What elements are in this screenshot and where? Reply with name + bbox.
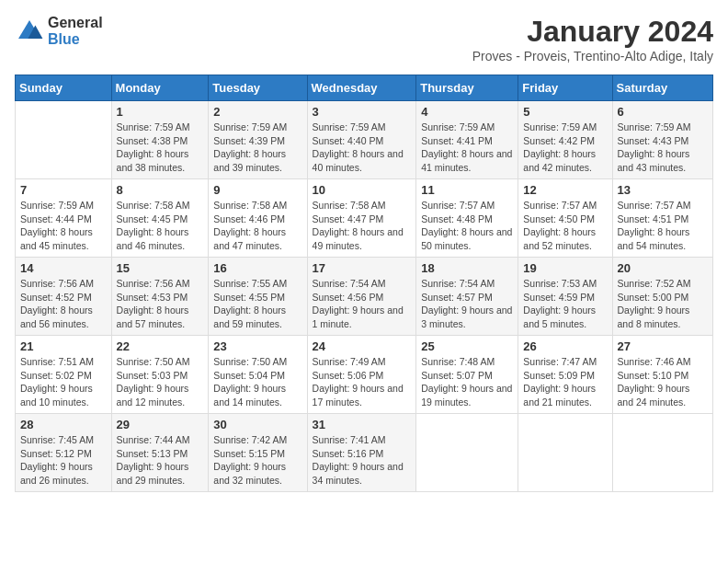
weekday-header-friday: Friday (518, 75, 612, 101)
day-cell: 7Sunrise: 7:59 AMSunset: 4:44 PMDaylight… (16, 179, 112, 258)
day-info: Sunrise: 7:45 AMSunset: 5:12 PMDaylight:… (20, 433, 107, 488)
day-number: 11 (421, 183, 513, 197)
day-cell (612, 414, 712, 492)
day-info: Sunrise: 7:42 AMSunset: 5:15 PMDaylight:… (213, 433, 301, 488)
week-row-1: 1Sunrise: 7:59 AMSunset: 4:38 PMDaylight… (16, 101, 713, 179)
day-cell: 23Sunrise: 7:50 AMSunset: 5:04 PMDayligh… (209, 336, 307, 414)
day-info: Sunrise: 7:56 AMSunset: 4:53 PMDaylight:… (117, 277, 204, 331)
day-cell: 31Sunrise: 7:41 AMSunset: 5:16 PMDayligh… (307, 414, 416, 492)
day-info: Sunrise: 7:41 AMSunset: 5:16 PMDaylight:… (313, 433, 412, 488)
day-info: Sunrise: 7:49 AMSunset: 5:06 PMDaylight:… (313, 355, 412, 409)
day-number: 15 (117, 261, 204, 275)
day-number: 7 (20, 183, 107, 197)
day-cell: 11Sunrise: 7:57 AMSunset: 4:48 PMDayligh… (416, 179, 518, 258)
day-cell: 18Sunrise: 7:54 AMSunset: 4:57 PMDayligh… (416, 258, 518, 336)
day-info: Sunrise: 7:57 AMSunset: 4:51 PMDaylight:… (618, 199, 708, 253)
day-cell: 21Sunrise: 7:51 AMSunset: 5:02 PMDayligh… (16, 336, 112, 414)
day-info: Sunrise: 7:59 AMSunset: 4:43 PMDaylight:… (618, 121, 708, 175)
day-number: 25 (421, 339, 513, 353)
day-number: 23 (213, 339, 301, 353)
page-header: General Blue January 2024 Proves - Prove… (15, 15, 713, 63)
day-number: 8 (117, 183, 204, 197)
day-info: Sunrise: 7:46 AMSunset: 5:10 PMDaylight:… (618, 355, 708, 409)
day-number: 31 (313, 418, 412, 431)
day-cell: 13Sunrise: 7:57 AMSunset: 4:51 PMDayligh… (612, 179, 712, 258)
day-cell (16, 101, 112, 179)
day-info: Sunrise: 7:59 AMSunset: 4:44 PMDaylight:… (20, 199, 107, 253)
day-cell: 12Sunrise: 7:57 AMSunset: 4:50 PMDayligh… (518, 179, 612, 258)
logo-text: General Blue (48, 15, 103, 47)
day-info: Sunrise: 7:52 AMSunset: 5:00 PMDaylight:… (618, 277, 708, 331)
day-number: 24 (313, 339, 412, 353)
weekday-header-sunday: Sunday (16, 75, 112, 101)
day-info: Sunrise: 7:50 AMSunset: 5:04 PMDaylight:… (213, 355, 301, 409)
logo-general-text: General (48, 15, 103, 31)
day-cell: 5Sunrise: 7:59 AMSunset: 4:42 PMDaylight… (518, 101, 612, 179)
day-number: 5 (523, 105, 607, 119)
day-info: Sunrise: 7:54 AMSunset: 4:56 PMDaylight:… (313, 277, 412, 331)
day-info: Sunrise: 7:58 AMSunset: 4:47 PMDaylight:… (313, 199, 412, 253)
day-cell: 25Sunrise: 7:48 AMSunset: 5:07 PMDayligh… (416, 336, 518, 414)
day-info: Sunrise: 7:59 AMSunset: 4:38 PMDaylight:… (117, 121, 204, 175)
day-cell: 22Sunrise: 7:50 AMSunset: 5:03 PMDayligh… (111, 336, 209, 414)
day-number: 27 (618, 339, 708, 353)
day-info: Sunrise: 7:58 AMSunset: 4:46 PMDaylight:… (213, 199, 301, 253)
day-number: 17 (313, 261, 412, 275)
calendar-table: SundayMondayTuesdayWednesdayThursdayFrid… (15, 75, 713, 492)
day-cell: 20Sunrise: 7:52 AMSunset: 5:00 PMDayligh… (612, 258, 712, 336)
day-number: 4 (421, 105, 513, 119)
day-cell: 2Sunrise: 7:59 AMSunset: 4:39 PMDaylight… (209, 101, 307, 179)
header-row: SundayMondayTuesdayWednesdayThursdayFrid… (16, 75, 713, 101)
day-cell: 26Sunrise: 7:47 AMSunset: 5:09 PMDayligh… (518, 336, 612, 414)
day-cell: 17Sunrise: 7:54 AMSunset: 4:56 PMDayligh… (307, 258, 416, 336)
day-info: Sunrise: 7:59 AMSunset: 4:42 PMDaylight:… (523, 121, 607, 175)
day-number: 9 (213, 183, 301, 197)
day-cell: 27Sunrise: 7:46 AMSunset: 5:10 PMDayligh… (612, 336, 712, 414)
day-cell: 1Sunrise: 7:59 AMSunset: 4:38 PMDaylight… (111, 101, 209, 179)
day-number: 22 (117, 339, 204, 353)
day-cell: 15Sunrise: 7:56 AMSunset: 4:53 PMDayligh… (111, 258, 209, 336)
location-title: Proves - Proveis, Trentino-Alto Adige, I… (472, 49, 713, 63)
weekday-header-tuesday: Tuesday (209, 75, 307, 101)
day-info: Sunrise: 7:59 AMSunset: 4:40 PMDaylight:… (313, 121, 412, 175)
day-number: 2 (213, 105, 301, 119)
day-number: 19 (523, 261, 607, 275)
logo-icon (15, 17, 44, 46)
day-cell (518, 414, 612, 492)
day-number: 10 (313, 183, 412, 197)
day-number: 6 (618, 105, 708, 119)
weekday-header-saturday: Saturday (612, 75, 712, 101)
day-cell: 10Sunrise: 7:58 AMSunset: 4:47 PMDayligh… (307, 179, 416, 258)
week-row-4: 21Sunrise: 7:51 AMSunset: 5:02 PMDayligh… (16, 336, 713, 414)
day-cell: 4Sunrise: 7:59 AMSunset: 4:41 PMDaylight… (416, 101, 518, 179)
day-cell: 14Sunrise: 7:56 AMSunset: 4:52 PMDayligh… (16, 258, 112, 336)
logo-blue-text: Blue (48, 31, 103, 48)
day-info: Sunrise: 7:58 AMSunset: 4:45 PMDaylight:… (117, 199, 204, 253)
day-info: Sunrise: 7:56 AMSunset: 4:52 PMDaylight:… (20, 277, 107, 331)
weekday-header-wednesday: Wednesday (307, 75, 416, 101)
day-info: Sunrise: 7:51 AMSunset: 5:02 PMDaylight:… (20, 355, 107, 409)
month-title: January 2024 (472, 15, 713, 49)
day-info: Sunrise: 7:55 AMSunset: 4:55 PMDaylight:… (213, 277, 301, 331)
day-number: 21 (20, 339, 107, 353)
day-info: Sunrise: 7:59 AMSunset: 4:41 PMDaylight:… (421, 121, 513, 175)
day-cell: 9Sunrise: 7:58 AMSunset: 4:46 PMDaylight… (209, 179, 307, 258)
day-cell: 3Sunrise: 7:59 AMSunset: 4:40 PMDaylight… (307, 101, 416, 179)
day-cell: 30Sunrise: 7:42 AMSunset: 5:15 PMDayligh… (209, 414, 307, 492)
day-number: 20 (618, 261, 708, 275)
day-cell: 28Sunrise: 7:45 AMSunset: 5:12 PMDayligh… (16, 414, 112, 492)
day-info: Sunrise: 7:54 AMSunset: 4:57 PMDaylight:… (421, 277, 513, 331)
day-cell (416, 414, 518, 492)
day-number: 28 (20, 418, 107, 431)
logo: General Blue (15, 15, 103, 47)
day-number: 14 (20, 261, 107, 275)
week-row-3: 14Sunrise: 7:56 AMSunset: 4:52 PMDayligh… (16, 258, 713, 336)
weekday-header-monday: Monday (111, 75, 209, 101)
day-info: Sunrise: 7:59 AMSunset: 4:39 PMDaylight:… (213, 121, 301, 175)
day-cell: 16Sunrise: 7:55 AMSunset: 4:55 PMDayligh… (209, 258, 307, 336)
day-cell: 29Sunrise: 7:44 AMSunset: 5:13 PMDayligh… (111, 414, 209, 492)
day-info: Sunrise: 7:53 AMSunset: 4:59 PMDaylight:… (523, 277, 607, 331)
day-info: Sunrise: 7:50 AMSunset: 5:03 PMDaylight:… (117, 355, 204, 409)
title-section: January 2024 Proves - Proveis, Trentino-… (472, 15, 713, 63)
day-info: Sunrise: 7:48 AMSunset: 5:07 PMDaylight:… (421, 355, 513, 409)
